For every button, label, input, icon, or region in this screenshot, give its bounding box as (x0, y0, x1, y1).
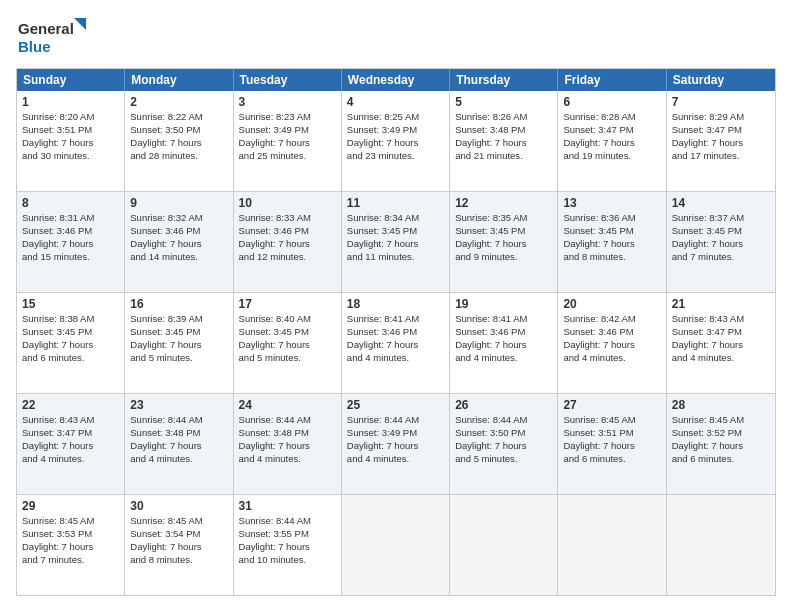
day-info-line: Sunset: 3:45 PM (455, 225, 552, 238)
calendar-cell-r2-c4: 11Sunrise: 8:34 AMSunset: 3:45 PMDayligh… (342, 192, 450, 292)
day-info-line: Sunrise: 8:42 AM (563, 313, 660, 326)
day-info-line: Sunrise: 8:44 AM (455, 414, 552, 427)
day-info-line: and 6 minutes. (22, 352, 119, 365)
day-info-line: and 8 minutes. (130, 554, 227, 567)
calendar-cell-r1-c7: 7Sunrise: 8:29 AMSunset: 3:47 PMDaylight… (667, 91, 775, 191)
calendar-cell-r2-c6: 13Sunrise: 8:36 AMSunset: 3:45 PMDayligh… (558, 192, 666, 292)
day-number: 25 (347, 397, 444, 413)
day-number: 8 (22, 195, 119, 211)
day-info-line: Sunrise: 8:34 AM (347, 212, 444, 225)
header-day-thursday: Thursday (450, 69, 558, 91)
day-info-line: Sunrise: 8:22 AM (130, 111, 227, 124)
day-number: 2 (130, 94, 227, 110)
calendar-cell-r4-c7: 28Sunrise: 8:45 AMSunset: 3:52 PMDayligh… (667, 394, 775, 494)
day-number: 28 (672, 397, 770, 413)
calendar: SundayMondayTuesdayWednesdayThursdayFrid… (16, 68, 776, 596)
day-info-line: Sunset: 3:50 PM (455, 427, 552, 440)
calendar-cell-r4-c2: 23Sunrise: 8:44 AMSunset: 3:48 PMDayligh… (125, 394, 233, 494)
calendar-header: SundayMondayTuesdayWednesdayThursdayFrid… (17, 69, 775, 91)
calendar-cell-r1-c3: 3Sunrise: 8:23 AMSunset: 3:49 PMDaylight… (234, 91, 342, 191)
day-info-line: Daylight: 7 hours (347, 339, 444, 352)
day-info-line: Daylight: 7 hours (347, 440, 444, 453)
svg-text:General: General (18, 20, 74, 37)
day-info-line: Sunrise: 8:43 AM (672, 313, 770, 326)
calendar-row-3: 15Sunrise: 8:38 AMSunset: 3:45 PMDayligh… (17, 293, 775, 394)
calendar-cell-r5-c4 (342, 495, 450, 595)
calendar-row-2: 8Sunrise: 8:31 AMSunset: 3:46 PMDaylight… (17, 192, 775, 293)
day-info-line: Sunset: 3:55 PM (239, 528, 336, 541)
day-info-line: Sunrise: 8:41 AM (455, 313, 552, 326)
day-info-line: and 8 minutes. (563, 251, 660, 264)
day-info-line: and 4 minutes. (563, 352, 660, 365)
day-info-line: Sunset: 3:46 PM (22, 225, 119, 238)
day-info-line: Sunset: 3:45 PM (22, 326, 119, 339)
day-info-line: Sunset: 3:45 PM (563, 225, 660, 238)
day-info-line: Daylight: 7 hours (22, 541, 119, 554)
calendar-cell-r4-c4: 25Sunrise: 8:44 AMSunset: 3:49 PMDayligh… (342, 394, 450, 494)
day-info-line: Sunrise: 8:39 AM (130, 313, 227, 326)
calendar-cell-r2-c3: 10Sunrise: 8:33 AMSunset: 3:46 PMDayligh… (234, 192, 342, 292)
calendar-cell-r3-c7: 21Sunrise: 8:43 AMSunset: 3:47 PMDayligh… (667, 293, 775, 393)
day-number: 4 (347, 94, 444, 110)
day-info-line: Sunset: 3:54 PM (130, 528, 227, 541)
day-info-line: Daylight: 7 hours (563, 339, 660, 352)
calendar-body: 1Sunrise: 8:20 AMSunset: 3:51 PMDaylight… (17, 91, 775, 595)
day-info-line: Daylight: 7 hours (672, 137, 770, 150)
day-info-line: Sunset: 3:46 PM (563, 326, 660, 339)
calendar-cell-r5-c7 (667, 495, 775, 595)
day-info-line: and 28 minutes. (130, 150, 227, 163)
calendar-cell-r5-c2: 30Sunrise: 8:45 AMSunset: 3:54 PMDayligh… (125, 495, 233, 595)
header: General Blue (16, 16, 776, 60)
day-info-line: Sunrise: 8:45 AM (22, 515, 119, 528)
day-number: 19 (455, 296, 552, 312)
svg-text:Blue: Blue (18, 38, 51, 55)
day-info-line: and 4 minutes. (672, 352, 770, 365)
day-info-line: Sunrise: 8:26 AM (455, 111, 552, 124)
day-number: 6 (563, 94, 660, 110)
day-info-line: Sunset: 3:47 PM (563, 124, 660, 137)
day-info-line: Sunset: 3:45 PM (130, 326, 227, 339)
day-info-line: and 5 minutes. (239, 352, 336, 365)
day-info-line: Sunrise: 8:36 AM (563, 212, 660, 225)
day-info-line: Sunset: 3:47 PM (22, 427, 119, 440)
calendar-cell-r1-c2: 2Sunrise: 8:22 AMSunset: 3:50 PMDaylight… (125, 91, 233, 191)
day-info-line: Sunrise: 8:45 AM (563, 414, 660, 427)
day-info-line: and 14 minutes. (130, 251, 227, 264)
day-info-line: Sunset: 3:53 PM (22, 528, 119, 541)
calendar-cell-r4-c6: 27Sunrise: 8:45 AMSunset: 3:51 PMDayligh… (558, 394, 666, 494)
day-number: 22 (22, 397, 119, 413)
day-info-line: Daylight: 7 hours (130, 238, 227, 251)
day-number: 1 (22, 94, 119, 110)
day-info-line: Daylight: 7 hours (563, 440, 660, 453)
day-number: 14 (672, 195, 770, 211)
day-info-line: Daylight: 7 hours (239, 339, 336, 352)
day-number: 12 (455, 195, 552, 211)
page: General Blue SundayMondayTuesdayWednesda… (0, 0, 792, 612)
day-info-line: Daylight: 7 hours (455, 137, 552, 150)
day-info-line: Sunset: 3:45 PM (672, 225, 770, 238)
day-info-line: Sunset: 3:52 PM (672, 427, 770, 440)
day-info-line: Sunset: 3:50 PM (130, 124, 227, 137)
day-info-line: and 7 minutes. (672, 251, 770, 264)
day-number: 13 (563, 195, 660, 211)
day-number: 30 (130, 498, 227, 514)
day-info-line: Sunrise: 8:44 AM (239, 515, 336, 528)
day-info-line: Sunrise: 8:33 AM (239, 212, 336, 225)
day-info-line: Sunset: 3:47 PM (672, 124, 770, 137)
day-number: 23 (130, 397, 227, 413)
day-info-line: Daylight: 7 hours (455, 339, 552, 352)
day-info-line: and 21 minutes. (455, 150, 552, 163)
day-info-line: Sunrise: 8:44 AM (130, 414, 227, 427)
day-number: 29 (22, 498, 119, 514)
calendar-cell-r4-c3: 24Sunrise: 8:44 AMSunset: 3:48 PMDayligh… (234, 394, 342, 494)
calendar-cell-r3-c4: 18Sunrise: 8:41 AMSunset: 3:46 PMDayligh… (342, 293, 450, 393)
day-info-line: and 12 minutes. (239, 251, 336, 264)
calendar-row-1: 1Sunrise: 8:20 AMSunset: 3:51 PMDaylight… (17, 91, 775, 192)
day-info-line: Daylight: 7 hours (672, 339, 770, 352)
logo-svg: General Blue (16, 16, 86, 60)
day-info-line: Daylight: 7 hours (672, 440, 770, 453)
day-number: 17 (239, 296, 336, 312)
day-info-line: Daylight: 7 hours (455, 440, 552, 453)
day-info-line: Sunrise: 8:40 AM (239, 313, 336, 326)
calendar-cell-r3-c3: 17Sunrise: 8:40 AMSunset: 3:45 PMDayligh… (234, 293, 342, 393)
